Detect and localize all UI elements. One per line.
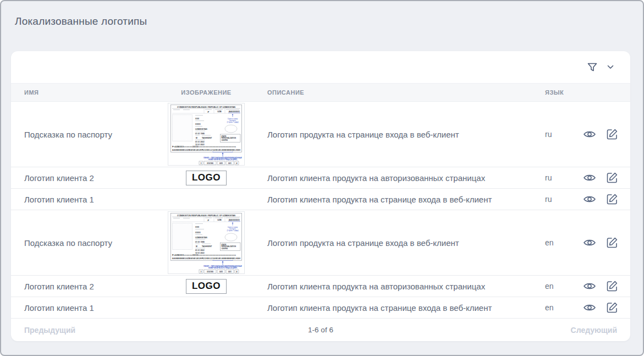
funnel-icon: [586, 61, 598, 73]
row-actions: [567, 280, 630, 292]
svg-text:UZB: UZB: [217, 219, 222, 221]
logo-language: en: [531, 303, 567, 312]
edit-icon: [606, 193, 618, 205]
edit-button[interactable]: [606, 280, 618, 292]
logo-name: Логотип клиента 1: [11, 195, 154, 204]
logo-description: Логотип клиента продукта на странице вхо…: [258, 195, 531, 204]
eye-icon: [583, 129, 596, 139]
logo-image-cell: [154, 306, 258, 309]
logo-description: Логотип клиента продукта на авторизованн…: [258, 282, 531, 291]
passport-image: O'ZBEKISTON RESPUBLIKASI / REPUBLIC OF U…: [168, 211, 245, 274]
svg-text:CENTRE: CENTRE: [222, 139, 228, 141]
table-body: Подсказка по паспорту O'ZBEKISTON RESPUB…: [11, 102, 630, 319]
filter-expand-button[interactable]: [607, 65, 614, 69]
svg-text:AA0000001: AA0000001: [229, 111, 240, 113]
eye-icon: [583, 303, 596, 313]
app-window: Локализованные логотипы ИМЯ: [0, 0, 644, 356]
logo-image-cell: [154, 198, 258, 200]
edit-button[interactable]: [606, 172, 618, 184]
svg-text:НОМЕР ФИЗИЧЕСКОГО ЛИЦА (14 ЦИФ: НОМЕР ФИЗИЧЕСКОГО ЛИЦА (14 ЦИФР): [208, 267, 237, 269]
edit-icon: [606, 237, 618, 249]
svg-text:005: 005: [219, 271, 223, 273]
column-header-image: ИЗОБРАЖЕНИЕ: [154, 89, 258, 96]
svg-text:O'ZBEKISTON RESPUBLIKASI / REP: O'ZBEKISTON RESPUBLIKASI / REPUBLIC OF U…: [177, 106, 235, 108]
svg-text:UZBEKISTAN: UZBEKISTAN: [195, 237, 207, 239]
eye-icon: [583, 281, 596, 291]
edit-icon: [606, 280, 618, 292]
logo-description: Логотип продукта на странице входа в веб…: [258, 130, 531, 139]
svg-text:001: 001: [228, 162, 232, 165]
svg-text:M: M: [196, 245, 197, 248]
svg-text:AA0000001: AA0000001: [229, 219, 240, 221]
page-range-label: 1-6 of 6: [11, 326, 630, 334]
table-row: Подсказка по паспорту O'ZBEKISTON RESPUB…: [11, 210, 630, 276]
logo-language: ru: [531, 173, 567, 182]
logo-description: Логотип продукта на странице входа в веб…: [258, 238, 531, 248]
svg-text:005: 005: [219, 162, 223, 165]
svg-text:UZB: UZB: [217, 111, 222, 113]
svg-text:01 01 1980: 01 01 1980: [195, 241, 205, 243]
logo-language: ru: [531, 195, 567, 204]
edit-button[interactable]: [606, 237, 618, 249]
eye-icon: [583, 238, 596, 248]
svg-text:O'ZBEKISTON RESPUBLIKASI / REP: O'ZBEKISTON RESPUBLIKASI / REPUBLIC OF U…: [177, 215, 235, 217]
svg-text:UZBEKISTAN: UZBEKISTAN: [195, 128, 207, 130]
svg-text:XXXX: XXXX: [195, 123, 201, 125]
svg-text:CENTRE: CENTRE: [222, 248, 228, 250]
svg-text:P: P: [208, 219, 210, 222]
logo-image: LOGO: [186, 279, 227, 294]
logo-name: Подсказка по паспорту: [11, 130, 154, 139]
svg-text:P<UZBXXX<<<<<<XXXX<<<<<<<<<<<<: P<UZBXXX<<<<<<XXXX<<<<<<<<<<<<<<<<<<<<<<…: [172, 145, 236, 148]
edit-button[interactable]: [606, 193, 618, 205]
svg-text:XXX: XXX: [195, 118, 200, 120]
filter-button[interactable]: [586, 61, 598, 73]
svg-text:XXX: XXX: [195, 226, 200, 228]
table-row: Логотип клиента 2 LOGO Логотип клиента п…: [11, 276, 630, 297]
view-button[interactable]: [583, 129, 596, 139]
table-header: ИМЯ ИЗОБРАЖЕНИЕ ОПИСАНИЕ ЯЗЫК: [11, 83, 630, 102]
logo-image-cell: O'ZBEKISTON RESPUBLIKASI / REPUBLIC OF U…: [154, 210, 258, 275]
view-button[interactable]: [583, 194, 596, 204]
logo-description: Логотип клиента продукта на авторизованн…: [258, 173, 531, 183]
edit-button[interactable]: [606, 128, 618, 140]
table-row: Логотип клиента 1 Логотип клиента продук…: [11, 189, 630, 210]
logo-image-cell: LOGO: [154, 169, 258, 187]
svg-text:M: M: [196, 137, 197, 139]
table-row: Логотип клиента 1 Логотип клиента продук…: [11, 297, 630, 319]
view-button[interactable]: [583, 238, 596, 248]
logo-image-cell: LOGO: [154, 278, 258, 295]
view-button[interactable]: [583, 173, 596, 183]
passport-image: O'ZBEKISTON RESPUBLIKASI / REPUBLIC OF U…: [168, 103, 245, 166]
edit-icon: [606, 302, 618, 314]
edit-icon: [606, 128, 618, 140]
logo-language: en: [531, 282, 567, 291]
logo-name: Логотип клиента 2: [11, 173, 154, 183]
column-header-description: ОПИСАНИЕ: [258, 89, 531, 96]
pagination: Предыдущий 1-6 of 6 Следующий: [11, 319, 630, 341]
svg-text:НОМЕР ФИЗИЧЕСКОГО ЛИЦА (14 ЦИФ: НОМЕР ФИЗИЧЕСКОГО ЛИЦА (14 ЦИФР): [208, 158, 237, 161]
svg-text:AA0000001UZB8501019M2205121U01: AA0000001UZB8501019M2205121U010180000000…: [172, 257, 241, 260]
svg-text:TASHKENT: TASHKENT: [202, 137, 212, 139]
eye-icon: [583, 194, 596, 204]
logo-image-cell: O'ZBEKISTON RESPUBLIKASI / REPUBLIC OF U…: [154, 102, 258, 167]
svg-text:XXXX: XXXX: [195, 232, 201, 234]
logo-language: en: [531, 238, 567, 247]
chevron-down-icon: [607, 65, 614, 69]
logo-name: Логотип клиента 2: [11, 282, 154, 291]
edit-button[interactable]: [606, 302, 618, 314]
svg-text:01 01 1980: 01 01 1980: [195, 133, 205, 135]
svg-text:(2 буквы 7 цифр): (2 буквы 7 цифр): [227, 229, 238, 232]
logos-table-card: ИМЯ ИЗОБРАЖЕНИЕ ОПИСАНИЕ ЯЗЫК Подсказка …: [11, 51, 630, 341]
view-button[interactable]: [583, 281, 596, 291]
table-row: Логотип клиента 2 LOGO Логотип клиента п…: [11, 167, 630, 189]
svg-text:4: 4: [236, 162, 238, 165]
view-button[interactable]: [583, 303, 596, 313]
svg-text:3: 3: [201, 271, 202, 273]
column-header-name: ИМЯ: [11, 89, 154, 96]
column-header-language: ЯЗЫК: [531, 89, 567, 96]
page-title: Локализованные логотипы: [1, 1, 643, 28]
svg-text:001: 001: [228, 271, 232, 273]
eye-icon: [583, 173, 596, 183]
svg-text:TASHKENT: TASHKENT: [202, 245, 212, 248]
svg-text:ПИНФЛ — ПЕРСОНАЛЬНЫЙ ИДЕНТИФИК: ПИНФЛ — ПЕРСОНАЛЬНЫЙ ИДЕНТИФИКАЦИОННЫЙ: [203, 157, 241, 159]
